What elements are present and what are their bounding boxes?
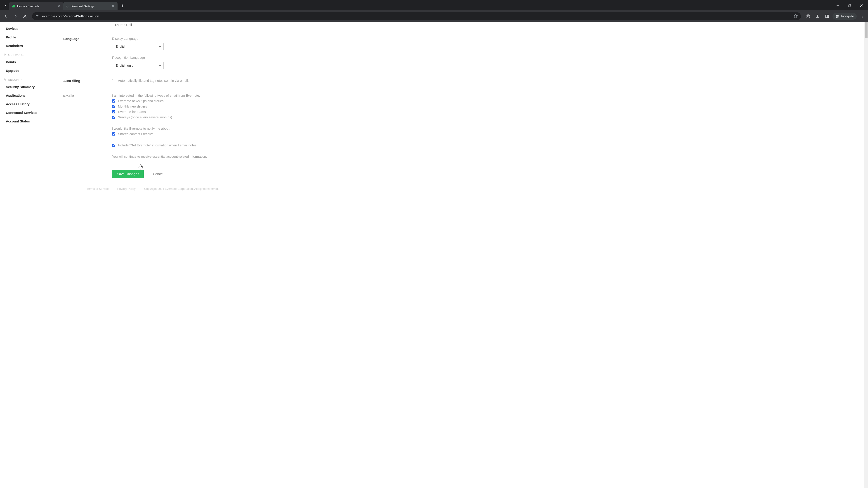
sidebar-item-security-summary[interactable]: Security Summary [0,83,56,91]
svg-point-6 [37,15,37,16]
svg-rect-10 [827,15,829,18]
lock-icon [3,78,6,81]
settings-sidebar: Devices Profile Reminders GET MORE Point… [0,22,56,488]
scrollbar-track[interactable] [864,22,868,488]
auto-filing-section: Auto-filing Automatically file and tag n… [63,79,312,84]
close-window-button[interactable] [856,2,866,9]
display-language-select[interactable]: English [112,43,164,51]
evernote-icon [12,4,16,8]
browser-chrome: Home - Evernote Personal Settings evern [0,0,868,22]
tab-title: Home - Evernote [17,4,55,8]
new-tab-button[interactable] [119,3,126,9]
minimize-button[interactable] [833,2,843,9]
back-button[interactable] [2,12,10,20]
section-label-emails: Emails [63,94,112,160]
close-icon[interactable] [111,4,115,8]
sidebar-item-account-status[interactable]: Account Status [0,117,56,126]
language-section: Language Display Language English Recogn… [63,37,312,69]
sidebar-item-points[interactable]: Points [0,58,56,66]
svg-point-0 [67,5,69,7]
scrollbar-thumb[interactable] [865,22,868,38]
sidebar-item-profile[interactable]: Profile [0,33,56,41]
sidebar-item-devices[interactable]: Devices [0,24,56,33]
display-language-label: Display Language [112,37,312,40]
include-get-evernote-label: Include "Get Evernote" information when … [118,143,197,147]
email-surveys-checkbox[interactable] [112,116,115,119]
svg-point-11 [836,16,837,18]
sidebar-header-security: SECURITY [0,75,56,83]
copyright-text: Copyright 2024 Evernote Corporation. All… [144,187,219,191]
section-label-language: Language [63,37,112,69]
toolbar: evernote.com/PersonalSettings.action Inc… [0,10,868,22]
save-changes-button[interactable]: Save Changes [112,170,144,178]
window-controls [833,2,866,9]
section-label-auto-filing: Auto-filing [63,79,112,84]
incognito-icon [835,14,839,18]
page-footer: Terms of Service Privacy Policy Copyrigh… [87,184,312,193]
url-text: evernote.com/PersonalSettings.action [42,14,791,18]
email-news-checkbox[interactable] [112,99,115,103]
incognito-badge[interactable]: Incognito [833,13,857,20]
svg-point-7 [37,16,37,17]
emails-section: Emails I am interested in the following … [63,94,312,160]
bookmark-star-icon[interactable] [794,14,798,19]
notify-shared-label: Shared content I receive [118,132,153,136]
sidebar-item-connected-services[interactable]: Connected Services [0,108,56,117]
menu-icon[interactable] [858,12,866,20]
settings-main: Lauren Deli Language Display Language En… [56,22,868,488]
email-surveys-label: Surveys (once every several months) [118,116,172,119]
tab-title: Personal Settings [71,4,110,8]
forward-button[interactable] [11,12,20,20]
notify-shared-checkbox[interactable] [112,132,115,135]
auto-filing-label: Automatically file and tag notes sent in… [118,79,189,83]
address-bar[interactable]: evernote.com/PersonalSettings.action [32,12,801,20]
email-teams-label: Evernote for teams [118,110,146,113]
email-interest-intro: I am interested in the following types o… [112,94,312,97]
sidebar-item-reminders[interactable]: Reminders [0,41,56,50]
stop-reload-button[interactable] [21,12,29,20]
maximize-button[interactable] [844,2,855,9]
tab-search-dropdown[interactable] [2,2,9,9]
svg-point-16 [862,17,863,18]
incognito-label: Incognito [841,14,854,18]
loading-spinner-icon [66,4,70,8]
svg-point-14 [862,15,863,15]
email-teams-checkbox[interactable] [112,110,115,113]
email-monthly-label: Monthly newsletters [118,105,147,108]
page-content: Devices Profile Reminders GET MORE Point… [0,22,868,488]
sidebar-item-applications[interactable]: Applications [0,91,56,100]
tab-bar: Home - Evernote Personal Settings [0,0,868,10]
tab-home-evernote[interactable]: Home - Evernote [9,2,63,10]
cancel-button[interactable]: Cancel [153,172,163,176]
close-icon[interactable] [57,4,61,8]
extensions-icon[interactable] [804,12,812,20]
form-buttons: Save Changes Cancel [112,170,312,178]
essential-info-text: You will continue to receive essential a… [112,155,312,158]
sidebar-item-access-history[interactable]: Access History [0,100,56,108]
side-panel-icon[interactable] [823,12,831,20]
svg-point-15 [862,16,863,17]
email-news-label: Evernote news, tips and stories [118,99,164,103]
sidebar-item-upgrade[interactable]: Upgrade [0,66,56,75]
svg-rect-17 [4,79,6,81]
terms-link[interactable]: Terms of Service [87,187,109,191]
recognition-language-select[interactable]: English only [112,62,164,69]
name-input[interactable]: Lauren Deli [112,22,235,28]
email-monthly-checkbox[interactable] [112,105,115,108]
notify-intro: I would like Evernote to notify me about… [112,127,312,130]
recognition-language-label: Recognition Language [112,56,312,59]
privacy-link[interactable]: Privacy Policy [117,187,135,191]
sidebar-header-get-more: GET MORE [0,50,56,58]
arrow-up-icon [3,53,6,57]
svg-point-12 [837,16,839,18]
downloads-icon[interactable] [813,12,822,20]
tab-personal-settings[interactable]: Personal Settings [63,2,118,10]
include-get-evernote-checkbox[interactable] [112,144,115,147]
auto-filing-checkbox[interactable] [112,79,115,82]
svg-rect-1 [848,5,850,7]
site-settings-icon[interactable] [35,14,39,19]
